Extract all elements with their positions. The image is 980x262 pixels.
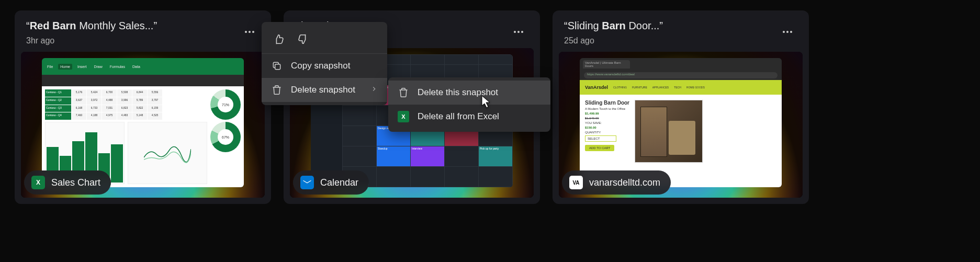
- card-timestamp: 25d ago: [564, 36, 663, 45]
- svg-rect-6: [303, 180, 311, 186]
- trash-icon: [398, 87, 409, 98]
- menu-item-delete[interactable]: Delete snapshot: [262, 78, 387, 102]
- card-header: “Sliding Barn Door...” 25d ago: [553, 10, 809, 52]
- more-icon: [245, 31, 254, 33]
- chevron-right-icon: [370, 85, 378, 95]
- submenu-item-delete-this[interactable]: Delete this snapshot: [388, 81, 550, 105]
- more-icon: [514, 31, 523, 33]
- excel-icon: X: [398, 111, 409, 122]
- submenu-item-delete-all[interactable]: X Delete all from Excel: [388, 105, 550, 129]
- badge-label: vanarsdelltd.com: [589, 177, 660, 188]
- more-button[interactable]: [509, 22, 528, 42]
- more-icon: [783, 31, 792, 33]
- svg-point-0: [245, 31, 247, 33]
- card-app-badge[interactable]: VA vanarsdelltd.com: [562, 170, 671, 195]
- card-timestamp: 3hr ago: [26, 36, 157, 45]
- snapshot-card-browser[interactable]: “Sliding Barn Door...” 25d ago VanArsdel…: [553, 10, 809, 204]
- card-app-badge[interactable]: X Sales Chart: [24, 170, 111, 195]
- snapshot-card-excel[interactable]: “Red Barn Monthly Sales...” 3hr ago File…: [15, 10, 271, 204]
- menu-label: Delete this snapshot: [418, 87, 498, 98]
- more-button[interactable]: [778, 22, 797, 42]
- menu-item-copy[interactable]: Copy snapshot: [262, 54, 387, 78]
- svg-point-2: [252, 31, 254, 33]
- thumbs-up-icon: [273, 33, 285, 45]
- thumbs-down-button[interactable]: [293, 29, 313, 49]
- svg-rect-10: [275, 64, 280, 70]
- card-title: “Red Barn Monthly Sales...”: [26, 20, 157, 32]
- svg-point-5: [521, 31, 523, 33]
- feedback-row: [262, 25, 387, 54]
- context-menu: Copy snapshot Delete snapshot: [262, 22, 387, 105]
- card-app-badge[interactable]: Calendar: [293, 170, 369, 195]
- menu-label: Delete all from Excel: [418, 111, 499, 122]
- card-header: “Red Barn Monthly Sales...” 3hr ago: [15, 10, 271, 52]
- svg-point-1: [249, 31, 251, 33]
- outlook-icon: [300, 176, 314, 189]
- product-image: [635, 100, 703, 163]
- trash-icon: [271, 84, 283, 96]
- website-icon: VA: [569, 176, 583, 189]
- badge-label: Sales Chart: [51, 177, 100, 188]
- svg-point-3: [514, 31, 516, 33]
- menu-label: Delete snapshot: [291, 85, 355, 95]
- more-button[interactable]: [240, 22, 260, 42]
- svg-point-7: [783, 31, 785, 33]
- copy-icon: [271, 60, 283, 72]
- donut-chart-2: [210, 122, 241, 152]
- svg-point-9: [790, 31, 792, 33]
- badge-label: Calendar: [320, 177, 358, 188]
- card-title: “Sliding Barn Door...”: [564, 20, 663, 32]
- thumbs-down-icon: [297, 33, 309, 45]
- donut-chart-1: [210, 89, 241, 120]
- svg-point-8: [786, 31, 788, 33]
- excel-icon: X: [31, 176, 45, 189]
- menu-label: Copy snapshot: [291, 61, 350, 71]
- svg-point-4: [517, 31, 520, 33]
- context-submenu: Delete this snapshot X Delete all from E…: [388, 77, 550, 132]
- thumbs-up-button[interactable]: [269, 29, 289, 49]
